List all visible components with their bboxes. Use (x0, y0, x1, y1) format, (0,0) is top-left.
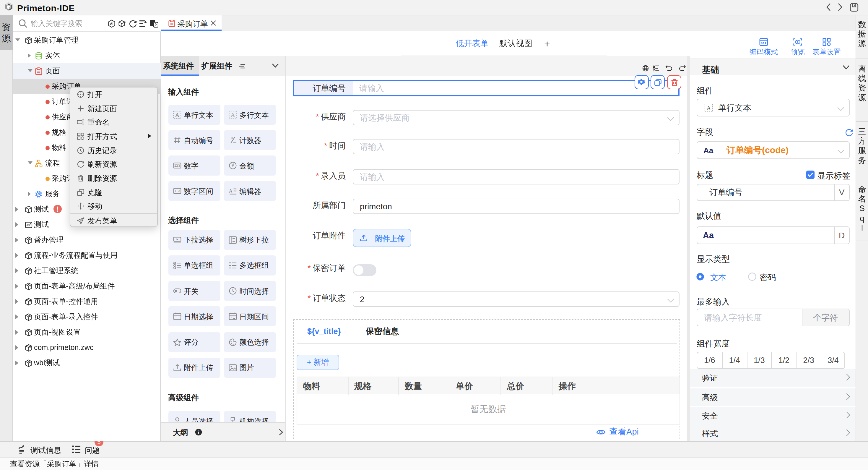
svg-text:AI: AI (110, 22, 113, 25)
svg-text:A: A (229, 188, 233, 194)
svg-text:A: A (175, 112, 179, 118)
svg-text:i: i (198, 429, 199, 435)
svg-text:¥: ¥ (231, 163, 234, 168)
svg-text:123: 123 (174, 164, 181, 168)
svg-text:文: 文 (154, 23, 157, 27)
svg-text:A: A (706, 105, 711, 111)
svg-text:1~3: 1~3 (174, 189, 180, 193)
svg-text:A: A (231, 112, 235, 118)
